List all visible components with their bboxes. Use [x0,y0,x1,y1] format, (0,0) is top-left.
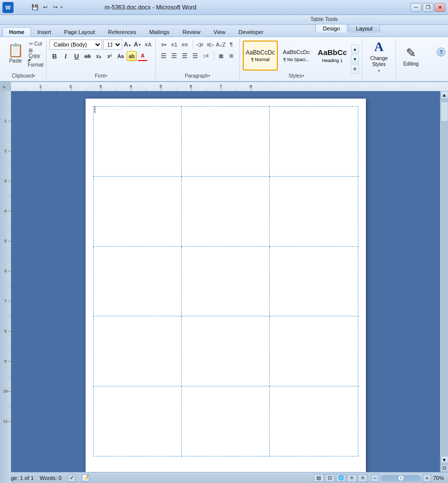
document-table[interactable] [93,106,358,456]
align-left-button[interactable]: ☰ [159,51,169,61]
line-spacing-button[interactable]: ↕≡ [201,51,211,61]
tab-developer[interactable]: Developer [232,27,270,37]
print-layout-button[interactable]: ▤ [314,474,324,482]
show-hide-button[interactable]: ¶ [226,40,236,50]
paragraph-expand[interactable]: ▾ [208,74,210,78]
copy-button[interactable]: ⊞ Copy [28,49,43,57]
zoom-out-button[interactable]: − [371,474,379,482]
web-layout-button[interactable]: 🌐 [336,474,346,482]
cut-button[interactable]: ✂ Cut [28,40,43,48]
font-color-button[interactable]: A [138,51,148,61]
strikethrough-button[interactable]: ab [83,51,93,61]
numbering-button[interactable]: ≡1 [169,40,179,50]
full-screen-button[interactable]: ⊡ [325,474,335,482]
table-cell[interactable] [93,107,181,177]
restore-button[interactable]: ❐ [422,3,433,12]
table-cell[interactable] [93,316,181,386]
undo-button[interactable]: ↩ [41,3,50,12]
document-scroll-area[interactable] [11,91,440,472]
language-button[interactable]: 📝 [82,474,90,482]
table-cell[interactable] [270,107,358,177]
clipboard-group-label: Clipboard ▾ [4,73,43,79]
table-cell[interactable] [181,107,269,177]
clear-formatting-button[interactable]: ✕A [143,40,152,49]
proofing-button[interactable]: ✓ [68,474,76,482]
center-button[interactable]: ☰ [169,51,179,61]
draft-button[interactable]: ≡ [358,474,368,482]
tab-home[interactable]: Home [3,27,31,37]
font-name-select[interactable]: Calibri (Body) [50,40,102,50]
grow-font-button[interactable]: A▲ [123,40,132,49]
paste-button[interactable]: 📋 Paste [4,40,27,68]
table-cell[interactable] [181,316,269,386]
tab-page-layout[interactable]: Page Layout [58,27,102,37]
bullets-button[interactable]: ≡• [159,40,169,50]
table-cell[interactable] [270,316,358,386]
zoom-in-button[interactable]: + [423,474,431,482]
scroll-track[interactable] [441,99,448,456]
style-no-spacing[interactable]: AaBbCcDc ¶ No Spaci... [279,41,314,71]
table-cell[interactable] [270,176,358,246]
outline-button[interactable]: ≡ [347,474,357,482]
svg-text:4: 4 [5,209,7,213]
styles-scroll-more[interactable]: ⊞ [351,65,359,74]
text-highlight-button[interactable]: ab [127,51,137,61]
multilevel-list-button[interactable]: ≡≡ [180,40,190,50]
table-cell[interactable] [93,176,181,246]
design-tab[interactable]: Design [315,24,347,33]
table-cell[interactable] [93,386,181,456]
scroll-thumb[interactable] [441,102,448,122]
table-row [93,107,358,177]
zoom-slider[interactable] [381,475,421,481]
table-cell[interactable] [181,176,269,246]
table-cell[interactable] [270,246,358,316]
align-right-button[interactable]: ☰ [180,51,190,61]
style-normal[interactable]: AaBbCcDc ¶ Normal [243,41,278,71]
decrease-indent-button[interactable]: ◁≡ [195,40,205,50]
layout-tab[interactable]: Layout [348,24,380,33]
font-expand[interactable]: ▾ [105,74,107,78]
table-cell[interactable] [93,246,181,316]
superscript-button[interactable]: x² [105,51,115,61]
shading-button[interactable]: ▦ [216,51,226,61]
quick-access-dropdown[interactable]: ▾ [61,5,63,10]
scroll-up-button[interactable]: ▲ [440,91,449,99]
borders-button[interactable]: ⊞ [226,51,236,61]
increase-indent-button[interactable]: ≡▷ [205,40,215,50]
change-case-button[interactable]: Aa [116,51,126,61]
table-cell[interactable] [181,246,269,316]
help-button[interactable]: ? [436,48,445,57]
change-styles-button[interactable]: A ChangeStyles ▾ [365,42,392,72]
tab-mailings[interactable]: Mailings [143,27,176,37]
styles-expand[interactable]: ▾ [302,74,304,78]
minimize-button[interactable]: ─ [410,3,421,12]
page-down-button[interactable]: ⊡ [440,464,449,472]
font-size-select[interactable]: 11 [103,40,122,50]
clipboard-expand[interactable]: ▾ [33,74,35,78]
styles-scroll-down[interactable]: ▼ [351,55,359,64]
ruler-toggle[interactable]: ⊾ [1,83,9,91]
redo-button[interactable]: ↪ [51,3,60,12]
bold-button[interactable]: B [50,51,60,61]
scroll-down-button[interactable]: ▼ [440,456,449,464]
close-button[interactable]: ✕ [434,3,445,12]
tab-insert[interactable]: Insert [31,27,58,37]
document-page[interactable] [86,99,366,472]
table-cell[interactable] [181,386,269,456]
save-button[interactable]: 💾 [31,3,40,12]
tab-references[interactable]: References [102,27,143,37]
underline-button[interactable]: U [72,51,82,61]
subscript-button[interactable]: x₂ [94,51,104,61]
sort-button[interactable]: A↓Z [216,40,226,50]
editing-button[interactable]: ✎ Editing [399,42,423,72]
change-styles-content: A ChangeStyles ▾ [365,40,392,73]
italic-button[interactable]: I [61,51,71,61]
tab-review[interactable]: Review [176,27,207,37]
styles-scroll-up[interactable]: ▲ [351,45,359,54]
tab-view[interactable]: View [207,27,232,37]
table-cell[interactable] [270,386,358,456]
shrink-font-button[interactable]: A▼ [133,40,142,49]
style-heading1[interactable]: AaBbCc Heading 1 [315,41,350,71]
format-painter-button[interactable]: 🖌 Format [28,58,43,66]
justify-button[interactable]: ☰ [190,51,200,61]
